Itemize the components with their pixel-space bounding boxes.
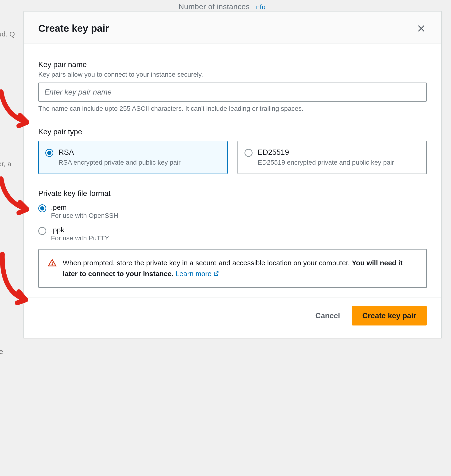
- key-type-ed25519-title: ED25519: [258, 148, 394, 157]
- radio-icon: [38, 227, 46, 235]
- key-type-rsa-title: RSA: [58, 148, 181, 157]
- bg-header: Number of instances Info: [0, 0, 451, 11]
- learn-more-link[interactable]: Learn more: [175, 270, 219, 277]
- alert-text: When prompted, store the private key in …: [63, 257, 417, 279]
- format-ppk-desc: For use with PuTTY: [51, 234, 109, 242]
- radio-icon: [244, 149, 252, 157]
- radio-icon: [45, 149, 53, 157]
- modal-title: Create key pair: [38, 23, 109, 34]
- format-ppk-option[interactable]: .ppk For use with PuTTY: [38, 226, 427, 242]
- external-link-icon: [213, 270, 219, 277]
- bg-text-2: er, a: [0, 160, 11, 168]
- format-ppk-title: .ppk: [51, 226, 109, 234]
- create-key-pair-button[interactable]: Create key pair: [352, 306, 427, 326]
- key-pair-name-label: Key pair name: [38, 60, 427, 69]
- bg-text-1: ud. Q: [0, 30, 15, 38]
- key-type-rsa-desc: RSA encrypted private and public key pai…: [58, 158, 181, 167]
- key-pair-name-hint: The name can include upto 255 ASCII char…: [38, 105, 427, 112]
- key-pair-name-input[interactable]: [38, 83, 427, 102]
- key-pair-type-label: Key pair type: [38, 128, 427, 136]
- key-type-ed25519-card[interactable]: ED25519 ED25519 encrypted private and pu…: [238, 141, 427, 174]
- key-pair-name-desc: Key pairs allow you to connect to your i…: [38, 71, 427, 78]
- format-pem-option[interactable]: .pem For use with OpenSSH: [38, 203, 427, 219]
- format-pem-title: .pem: [51, 203, 118, 212]
- modal-body: Key pair name Key pairs allow you to con…: [24, 44, 441, 297]
- svg-point-3: [52, 264, 52, 265]
- file-format-section: Private key file format .pem For use wit…: [38, 189, 427, 242]
- cancel-button[interactable]: Cancel: [313, 307, 343, 325]
- modal-header: Create key pair: [24, 12, 441, 44]
- alert-text-1: When prompted, store the private key in …: [63, 259, 352, 267]
- bg-text-3: le: [0, 347, 3, 356]
- radio-icon: [38, 204, 46, 212]
- close-icon: [417, 24, 425, 33]
- bg-header-info: Info: [254, 3, 266, 11]
- key-pair-type-options: RSA RSA encrypted private and public key…: [38, 141, 427, 174]
- key-pair-name-section: Key pair name Key pairs allow you to con…: [38, 60, 427, 112]
- format-pem-desc: For use with OpenSSH: [51, 212, 118, 219]
- key-pair-type-section: Key pair type RSA RSA encrypted private …: [38, 128, 427, 174]
- file-format-label: Private key file format: [38, 189, 427, 198]
- key-type-rsa-card[interactable]: RSA RSA encrypted private and public key…: [38, 141, 228, 174]
- storage-alert: When prompted, store the private key in …: [38, 249, 427, 288]
- bg-header-text: Number of instances: [179, 2, 250, 11]
- modal-footer: Cancel Create key pair: [24, 297, 441, 338]
- create-key-pair-modal: Create key pair Key pair name Key pairs …: [24, 11, 442, 338]
- close-button[interactable]: [415, 23, 427, 34]
- warning-icon: [48, 258, 56, 267]
- key-type-ed25519-desc: ED25519 encrypted private and public key…: [258, 158, 394, 167]
